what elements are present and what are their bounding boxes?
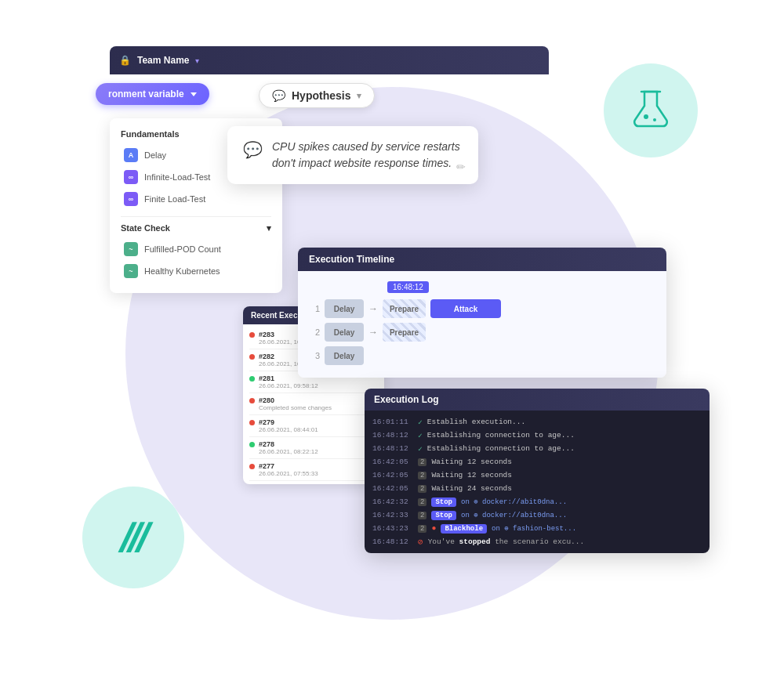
env-variable-label: ronment variable	[108, 89, 184, 99]
hypothesis-card-text: CPU spikes caused by service restarts do…	[272, 139, 463, 172]
status-dot-green	[249, 376, 255, 382]
log-timestamp: 16:01:11	[372, 418, 413, 426]
status-dot-red	[249, 398, 255, 403]
scene: /// 🔒 Team Name ▾ ronment variable 💬 Hyp…	[39, 24, 745, 667]
row-number: 3	[309, 351, 320, 360]
log-row: 16:48:12 ⊘ You've stopped the scenario e…	[372, 535, 702, 548]
svg-point-2	[653, 118, 656, 121]
flask-icon	[629, 85, 673, 136]
log-row: 16:42:05 2 Waiting 24 seconds	[372, 482, 702, 495]
lock-icon: 🔒	[119, 55, 131, 66]
execution-time: 26.06.2021, 08:22:12	[259, 448, 318, 455]
timeline-content: 16:48:12 1 Delay → Prepare Attack 2 Dela…	[298, 271, 666, 378]
hypothesis-label: Hypothesis	[292, 89, 350, 102]
finite-load-icon: ∞	[124, 192, 138, 206]
row-number: 1	[309, 304, 320, 313]
log-message: Establishing connection to age...	[427, 444, 702, 453]
log-row: 16:43:23 2 ● Blackhole on ⊕ fashion-best…	[372, 522, 702, 535]
execution-id: #277	[259, 462, 318, 470]
step-number: 2	[418, 512, 426, 519]
execution-log-panel: Execution Log 16:01:11 ✓ Establish execu…	[365, 389, 710, 553]
step-number: 2	[418, 498, 426, 506]
execution-time: 26.06.2021, 09:58:12	[259, 382, 318, 389]
fulfilled-pod-icon: ~	[124, 242, 138, 256]
log-timestamp: 16:43:23	[372, 524, 413, 533]
prepare-block: Prepare	[383, 323, 426, 342]
log-timestamp: 16:48:12	[372, 537, 413, 546]
execution-timeline-panel: Execution Timeline 16:48:12 1 Delay → Pr…	[298, 248, 666, 378]
status-dot-red	[249, 332, 255, 338]
log-message: on ⊕ docker://abit0dna...	[461, 497, 702, 506]
log-panel-header: Execution Log	[365, 389, 710, 411]
slash-icon: ///	[119, 514, 148, 561]
step-number: 2	[418, 485, 426, 493]
log-timestamp: 16:42:32	[372, 497, 413, 506]
execution-id: #280	[259, 396, 332, 404]
status-dot-green	[249, 442, 255, 447]
timeline-time-marker: 16:48:12	[387, 281, 429, 293]
svg-point-1	[644, 114, 648, 119]
log-row: 16:48:12 ✓ Establishing connection to ag…	[372, 429, 702, 442]
team-name: Team Name	[137, 55, 189, 66]
stop-badge: Stop	[431, 497, 456, 507]
list-item[interactable]: ~ Fulfilled-POD Count	[121, 238, 271, 260]
list-item[interactable]: #277 26.06.2021, 07:55:33	[249, 459, 378, 481]
log-timestamp: 16:42:33	[372, 511, 413, 519]
log-stopped-message: You've stopped the scenario excu...	[428, 537, 585, 546]
execution-time: 26.06.2021, 07:55:33	[259, 470, 318, 477]
hypothesis-chat-icon: 💬	[272, 89, 285, 102]
log-message: Waiting 24 seconds	[431, 484, 702, 493]
timeline-row: 3 Delay	[309, 346, 655, 365]
hypothesis-dropdown[interactable]: 💬 Hypothesis ▾	[259, 83, 375, 108]
edit-icon: ✏	[456, 161, 466, 173]
execution-id: #279	[259, 418, 318, 426]
status-dot-red	[249, 354, 255, 360]
list-item[interactable]: #280 Completed some changes	[249, 393, 378, 415]
step-number: 2	[418, 472, 426, 479]
log-message: on ⊕ fashion-best...	[492, 524, 702, 533]
delay-block: Delay	[325, 323, 364, 342]
log-timestamp: 16:48:12	[372, 431, 413, 440]
state-check-section-title: State Check ▾	[121, 223, 271, 233]
log-message: Waiting 12 seconds	[431, 458, 702, 466]
log-timestamp: 16:42:05	[372, 471, 413, 479]
check-icon: ✓	[418, 418, 423, 427]
log-row: 16:42:33 2 Stop on ⊕ docker://abit0dna..…	[372, 508, 702, 522]
log-row: 16:42:32 2 Stop on ⊕ docker://abit0dna..…	[372, 495, 702, 508]
log-row: 16:01:11 ✓ Establish execution...	[372, 415, 702, 429]
arrow-icon: →	[368, 327, 378, 338]
step-number: 2	[418, 458, 426, 466]
list-item[interactable]: ~ Healthy Kubernetes	[121, 260, 271, 282]
attack-block: Attack	[430, 299, 501, 318]
row-number: 2	[309, 327, 320, 337]
delay-block: Delay	[325, 346, 364, 365]
check-icon: ✓	[418, 431, 423, 440]
top-nav-bar: 🔒 Team Name ▾	[110, 46, 549, 74]
timeline-row: 1 Delay → Prepare Attack	[309, 299, 655, 318]
list-item[interactable]: #278 26.06.2021, 08:22:12	[249, 437, 378, 459]
execution-time: 26.06.2021, 08:44:01	[259, 426, 318, 433]
prepare-block: Prepare	[383, 299, 426, 318]
timeline-row: 2 Delay → Prepare	[309, 323, 655, 342]
env-chevron-icon	[191, 92, 197, 96]
list-item[interactable]: #279 26.06.2021, 08:44:01	[249, 415, 378, 437]
hypothesis-card: 💬 CPU spikes caused by service restarts …	[227, 126, 478, 184]
log-timestamp: 16:42:05	[372, 484, 413, 493]
log-content: 16:01:11 ✓ Establish execution... 16:48:…	[365, 411, 710, 553]
log-message: Establish execution...	[427, 418, 702, 426]
status-dot-red	[249, 464, 255, 469]
log-timestamp: 16:42:05	[372, 458, 413, 466]
list-item[interactable]: ∞ Finite Load-Test	[121, 188, 271, 210]
delay-icon: A	[124, 148, 138, 162]
log-row: 16:42:05 2 Waiting 12 seconds	[372, 455, 702, 469]
check-icon: ✓	[418, 444, 423, 454]
log-message: Establishing connection to age...	[427, 431, 702, 440]
status-dot-red	[249, 420, 255, 425]
error-dot-icon: ●	[431, 524, 436, 533]
log-row: 16:42:05 2 Waiting 12 seconds	[372, 469, 702, 482]
hypothesis-chevron-icon: ▾	[357, 91, 361, 101]
arrow-icon: →	[368, 303, 378, 314]
log-timestamp: 16:48:12	[372, 444, 413, 453]
env-variable-dropdown[interactable]: ronment variable	[96, 83, 209, 105]
execution-time: Completed some changes	[259, 404, 332, 411]
